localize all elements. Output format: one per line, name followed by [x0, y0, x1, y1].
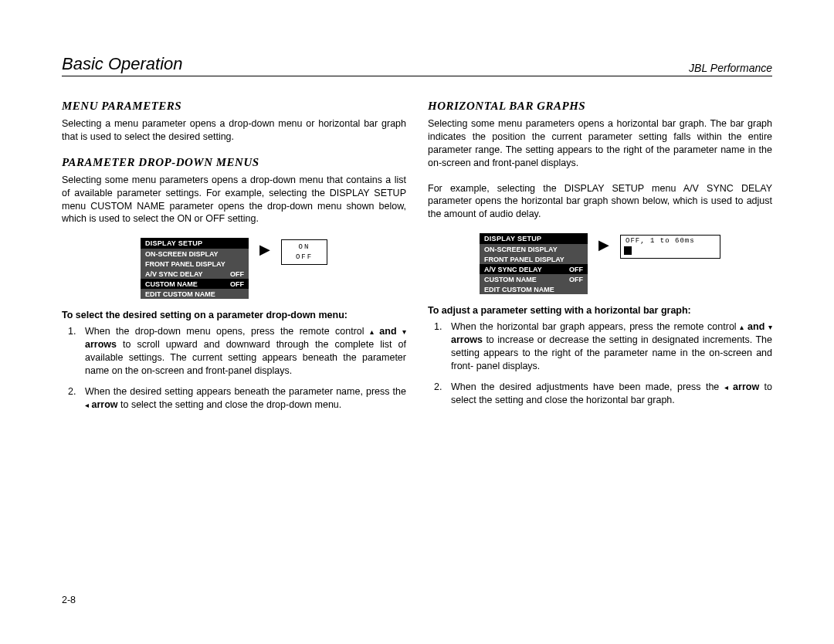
header: Basic Operation JBL Performance — [62, 54, 772, 76]
step-item: When the horizontal bar graph appears, p… — [445, 320, 772, 373]
menu-row: EDIT CUSTOM NAME — [482, 284, 585, 294]
procedure-heading: To adjust a parameter setting with a hor… — [428, 305, 772, 316]
onscreen-menu: DISPLAY SETUP ON-SCREEN DISPLAY FRONT PA… — [480, 233, 588, 294]
bargraph-figure: DISPLAY SETUP ON-SCREEN DISPLAY FRONT PA… — [428, 233, 772, 294]
arrow-right-icon: ▶ — [598, 238, 609, 252]
bargraph-label: OFF, 1 to 60ms — [621, 236, 720, 245]
paragraph: Selecting a menu parameter opens a drop-… — [62, 117, 406, 144]
header-title: Basic Operation — [62, 54, 183, 74]
onscreen-menu: DISPLAY SETUP ON-SCREEN DISPLAY FRONT PA… — [141, 238, 249, 299]
menu-row-selected: A/V SYNC DELAYOFF — [480, 264, 588, 274]
menu-row: ON-SCREEN DISPLAY — [482, 244, 585, 254]
paragraph: Selecting some menu parameters opens a h… — [428, 117, 772, 170]
dropdown-option: OFF — [296, 253, 313, 263]
step-item: When the drop-down menu opens, press the… — [79, 325, 406, 378]
paragraph: Selecting some menu parameters opens a d… — [62, 174, 406, 226]
step-item: When the desired adjustments have been m… — [445, 381, 772, 407]
bargraph-track — [624, 246, 717, 255]
menu-row: FRONT PANEL DISPLAY — [482, 254, 585, 264]
paragraph: For example, selecting the DISPLAY SETUP… — [428, 182, 772, 222]
menu-row: ON-SCREEN DISPLAY — [143, 249, 246, 259]
header-brand: JBL Performance — [689, 62, 772, 74]
menu-row-selected: CUSTOM NAMEOFF — [141, 279, 249, 289]
bargraph-box: OFF, 1 to 60ms — [620, 235, 720, 259]
left-column: Menu Parameters Selecting a menu paramet… — [62, 93, 406, 419]
arrow-right-icon: ▶ — [259, 242, 270, 256]
section-title-dropdown: Parameter Drop-Down Menus — [62, 156, 406, 169]
right-column: Horizontal Bar Graphs Selecting some men… — [428, 93, 772, 419]
menu-row: EDIT CUSTOM NAME — [143, 289, 246, 299]
dropdown-options: ON OFF — [281, 239, 327, 265]
menu-row: CUSTOM NAMEOFF — [482, 274, 585, 284]
columns: Menu Parameters Selecting a menu paramet… — [62, 93, 772, 419]
arrow-down-icon: ▾ — [768, 322, 772, 333]
menu-row: A/V SYNC DELAYOFF — [143, 269, 246, 279]
procedure-steps: When the drop-down menu opens, press the… — [62, 325, 406, 411]
dropdown-option: ON — [296, 242, 313, 253]
page: Basic Operation JBL Performance Menu Par… — [0, 0, 834, 644]
section-title-bargraph: Horizontal Bar Graphs — [428, 100, 772, 113]
arrow-down-icon: ▾ — [402, 327, 406, 337]
step-item: When the desired setting appears beneath… — [79, 385, 406, 412]
menu-row: FRONT PANEL DISPLAY — [143, 259, 246, 269]
section-title-menu-parameters: Menu Parameters — [62, 100, 406, 113]
menu-title: DISPLAY SETUP — [141, 238, 249, 249]
procedure-heading: To select the desired setting on a param… — [62, 310, 406, 320]
dropdown-figure: DISPLAY SETUP ON-SCREEN DISPLAY FRONT PA… — [62, 238, 406, 299]
menu-title: DISPLAY SETUP — [480, 233, 588, 244]
page-number: 2-8 — [62, 595, 76, 605]
procedure-steps: When the horizontal bar graph appears, p… — [428, 320, 772, 406]
